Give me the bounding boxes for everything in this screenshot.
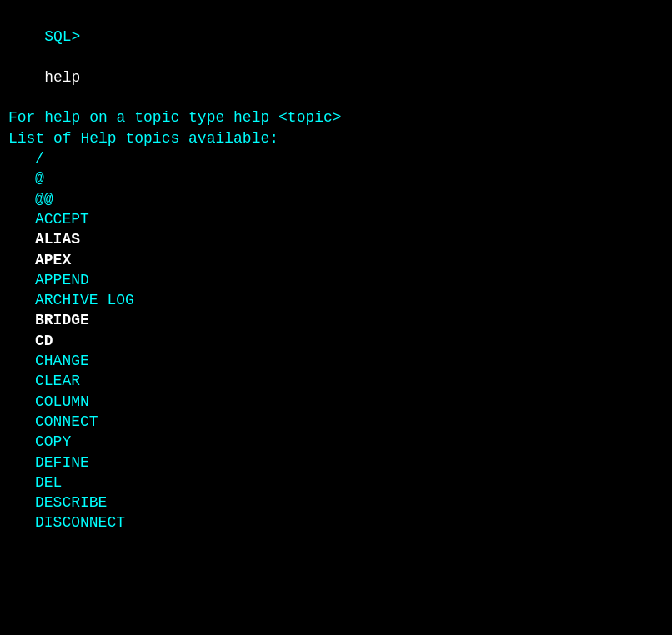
topic-item: ACCEPT [8,209,664,229]
info-lines: For help on a topic type help <topic>Lis… [8,108,664,148]
topic-item: APPEND [8,270,664,290]
command-text [44,49,53,66]
topic-item: CD [8,331,664,351]
topic-item: DISCONNECT [8,512,664,532]
topic-item: CLEAR [8,371,664,391]
info-line: For help on a topic type help <topic> [8,108,664,128]
topic-item: @ [8,168,664,188]
topic-item: ALIAS [8,229,664,249]
topic-item: / [8,148,664,168]
topic-item: DEFINE [8,452,664,472]
topic-item: COLUMN [8,392,664,412]
prompt-symbol: SQL> [44,28,80,45]
terminal-container: SQL> help For help on a topic type help … [8,7,664,533]
topic-item: CONNECT [8,412,664,432]
topic-item: BRIDGE [8,310,664,330]
topic-item: ARCHIVE LOG [8,290,664,310]
topic-item: DESCRIBE [8,492,664,512]
topic-item: DEL [8,472,664,492]
topic-list: /@@@ACCEPTALIASAPEXAPPENDARCHIVE LOGBRID… [8,148,664,533]
topic-item: COPY [8,432,664,452]
topic-item: CHANGE [8,351,664,371]
command-word: help [44,69,80,86]
prompt-line: SQL> help [8,7,664,108]
topic-item: @@ [8,189,664,209]
info-line: List of Help topics available: [8,128,664,148]
topic-item: APEX [8,250,664,270]
